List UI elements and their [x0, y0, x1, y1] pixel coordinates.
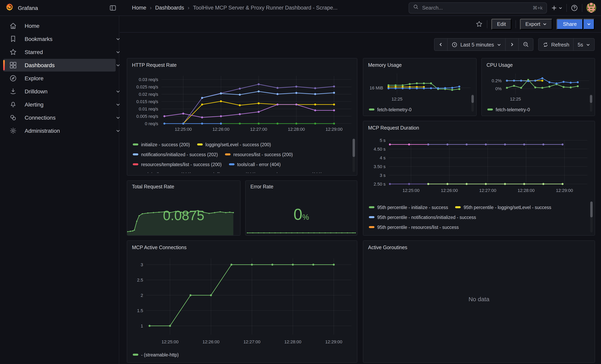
- legend-item[interactable]: tools/call - error (404): [229, 162, 281, 167]
- chevron-down-icon: [587, 22, 591, 26]
- panel-title[interactable]: HTTP Request Rate: [130, 62, 354, 70]
- grafana-app: Grafana Home›Dashboards›ToolHive MCP Ser…: [0, 0, 601, 364]
- panel-title[interactable]: Total Request Rate: [132, 184, 174, 189]
- panel-title[interactable]: Active Goroutines: [367, 244, 591, 253]
- sidebar-item-alerting[interactable]: Alerting: [3, 98, 116, 111]
- legend-swatch: [369, 207, 374, 208]
- search-field[interactable]: [422, 5, 530, 11]
- legend-scrollbar[interactable]: [352, 139, 355, 172]
- svg-text:12:26:00: 12:26:00: [212, 127, 230, 132]
- legend-item[interactable]: 95th percentile - resources/list - succe…: [369, 225, 459, 229]
- legend-item[interactable]: unknown - success (200): [263, 172, 322, 173]
- refresh-interval-picker[interactable]: 5s: [573, 39, 594, 50]
- clock-icon: [451, 41, 458, 48]
- sidebar-item-explore[interactable]: Explore: [3, 72, 116, 85]
- panel-cpu-usage: CPU Usage 0.2%0%12:25 fetch-telemetry-0: [481, 58, 595, 116]
- legend-label: 95th percentile - initialize - success: [377, 205, 448, 210]
- legend-scrollbar[interactable]: [590, 94, 592, 112]
- svg-text:12:27:00: 12:27:00: [243, 339, 260, 344]
- legend-item[interactable]: tools/list - success (200): [199, 172, 256, 173]
- time-controls: Last 5 minutes: [434, 38, 595, 51]
- legend-item[interactable]: 95th percentile - logging/setLevel - suc…: [455, 205, 551, 210]
- legend-label: 95th percentile - resources/list - succe…: [377, 225, 459, 229]
- apps-icon: [9, 61, 17, 69]
- legend-swatch: [133, 354, 138, 356]
- sidebar-item-starred[interactable]: Starred: [3, 46, 116, 59]
- http-request-rate-chart[interactable]: 0 req/s0.005 req/s0.01 req/s0.015 req/s0…: [130, 70, 355, 137]
- sidebar-item-bookmarks[interactable]: Bookmarks: [3, 33, 116, 45]
- legend-item[interactable]: notifications/initialized - success (202…: [133, 152, 218, 157]
- legend-scrollbar[interactable]: [471, 94, 474, 112]
- cpu-usage-chart[interactable]: 0.2%0%12:25: [485, 70, 592, 103]
- breadcrumb-separator-icon: ›: [150, 5, 152, 11]
- star-icon[interactable]: [476, 20, 483, 28]
- mcp-request-duration-chart[interactable]: 5 s4.50 s4 s3.50 s3 s2.50 s12:25:0012:26…: [367, 133, 592, 200]
- legend-item[interactable]: resources/templates/list - success (200): [133, 162, 222, 167]
- legend-label: resources/list - success (200): [233, 152, 293, 157]
- svg-text:12:29:00: 12:29:00: [556, 188, 573, 193]
- panel-title[interactable]: Error Rate: [250, 184, 273, 189]
- svg-text:12:25: 12:25: [510, 97, 521, 101]
- legend-item[interactable]: initialize - success (200): [133, 142, 190, 147]
- legend-item[interactable]: 95th percentile - notifications/initiali…: [369, 215, 476, 220]
- svg-text:12:25:00: 12:25:00: [402, 188, 420, 193]
- legend-item[interactable]: logging/setLevel - success (200): [197, 142, 271, 147]
- sidebar-item-drilldown[interactable]: Drilldown: [3, 85, 116, 98]
- sidebar-item-connections[interactable]: Connections: [3, 111, 116, 124]
- legend-item[interactable]: fetch-telemetry-0: [487, 107, 530, 112]
- legend-swatch: [225, 154, 230, 155]
- refresh-button[interactable]: Refresh: [538, 39, 573, 50]
- refresh-icon: [542, 41, 548, 48]
- panel-title[interactable]: CPU Usage: [485, 62, 591, 70]
- svg-text:12:28:00: 12:28:00: [288, 127, 305, 132]
- panel-title[interactable]: MCP Request Duration: [367, 124, 591, 133]
- mcp-active-connections-chart[interactable]: 11.522.5312:25:0012:26:0012:27:0012:28:0…: [130, 253, 355, 348]
- legend-item[interactable]: tools/call - success (200): [133, 172, 191, 173]
- share-button[interactable]: Share: [557, 19, 583, 30]
- help-button[interactable]: [571, 4, 578, 11]
- breadcrumb: Home›Dashboards›ToolHive MCP Server & Pr…: [132, 5, 338, 11]
- edit-button[interactable]: Edit: [491, 19, 511, 30]
- panel-mcp-request-duration: MCP Request Duration 5 s4.50 s4 s3.50 s3…: [363, 121, 595, 236]
- svg-text:0.025 req/s: 0.025 req/s: [136, 84, 158, 89]
- legend-label: tools/call - success (200): [141, 172, 191, 173]
- legend-swatch: [133, 144, 138, 146]
- svg-text:12:26:00: 12:26:00: [441, 188, 458, 193]
- zoom-out-button[interactable]: [518, 39, 533, 50]
- sidebar: HomeBookmarksStarredDashboardsExploreDri…: [0, 16, 119, 364]
- panel-title[interactable]: Memory Usage: [367, 62, 473, 70]
- time-forward-button[interactable]: [505, 39, 518, 50]
- svg-text:12:28:00: 12:28:00: [518, 188, 535, 193]
- bookmark-icon: [9, 35, 17, 43]
- svg-text:2: 2: [141, 293, 143, 298]
- legend-item[interactable]: - (streamable-http): [133, 352, 179, 357]
- dock-sidebar-icon[interactable]: [108, 4, 118, 12]
- dashboard-content: Last 5 minutes: [120, 33, 601, 364]
- legend-item[interactable]: fetch-telemetry-0: [369, 107, 411, 112]
- svg-text:16 MiB: 16 MiB: [370, 85, 383, 90]
- export-button[interactable]: Export: [520, 19, 552, 30]
- avatar[interactable]: [586, 3, 596, 13]
- legend-scrollbar[interactable]: [590, 201, 593, 232]
- share-menu-button[interactable]: [583, 19, 595, 30]
- time-range-picker[interactable]: Last 5 minutes: [447, 39, 505, 50]
- search-input[interactable]: ⌘+k: [409, 2, 547, 13]
- svg-text:0.03 req/s: 0.03 req/s: [139, 77, 158, 82]
- sidebar-item-administration[interactable]: Administration: [3, 124, 116, 137]
- star-icon: [9, 48, 17, 56]
- sidebar-item-home[interactable]: Home: [3, 20, 116, 32]
- legend-item[interactable]: 95th percentile - initialize - success: [369, 205, 448, 210]
- panel-title[interactable]: MCP Active Connections: [130, 244, 354, 253]
- memory-usage-chart[interactable]: 16 MiB12:25: [367, 70, 474, 103]
- conn-legend: - (streamable-http): [130, 350, 354, 360]
- add-button[interactable]: [551, 5, 562, 11]
- breadcrumb-item[interactable]: Dashboards: [155, 5, 184, 11]
- legend-swatch: [369, 226, 374, 228]
- sidebar-item-dashboards[interactable]: Dashboards: [3, 59, 116, 71]
- breadcrumb-item[interactable]: Home: [132, 5, 146, 11]
- sidebar-item-label: Dashboards: [25, 62, 55, 68]
- brand[interactable]: Grafana: [0, 3, 99, 13]
- chevron-down-icon: [543, 22, 547, 26]
- legend-item[interactable]: resources/list - success (200): [225, 152, 293, 157]
- time-back-button[interactable]: [434, 39, 447, 50]
